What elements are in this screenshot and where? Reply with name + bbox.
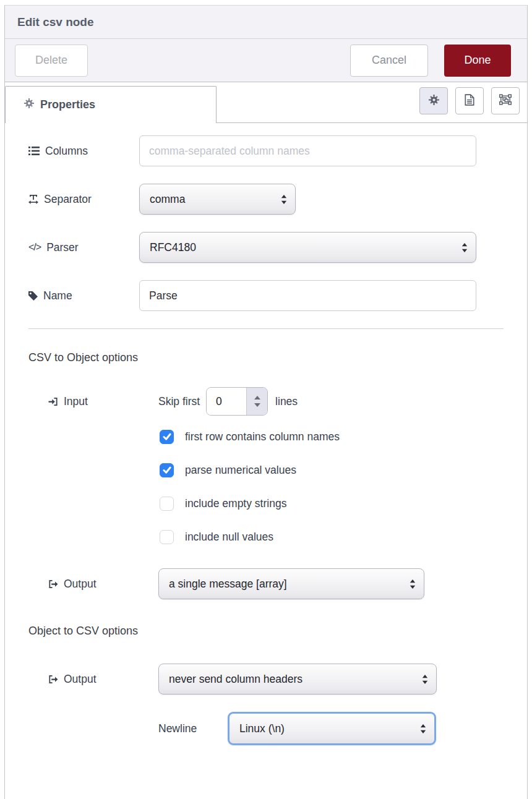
skip-lines-spinner <box>206 387 268 416</box>
tab-properties[interactable]: Properties <box>5 86 217 123</box>
include-null-values-checkbox[interactable] <box>160 530 174 544</box>
description-tool-button[interactable] <box>455 87 484 114</box>
properties-form: Columns Separator comma <box>5 123 527 799</box>
columns-input[interactable] <box>139 135 476 166</box>
separator-label: Separator <box>28 193 139 206</box>
input-label: Input <box>28 395 158 408</box>
separator-select-value: comma <box>150 193 281 206</box>
list-icon <box>28 147 40 155</box>
cancel-button[interactable]: Cancel <box>350 45 428 77</box>
name-input[interactable] <box>139 280 476 311</box>
spinner-buttons[interactable] <box>246 388 267 415</box>
checkmark-icon <box>162 465 172 475</box>
parser-select[interactable]: RFC4180 <box>139 232 476 263</box>
newline-select[interactable]: Linux (\n) <box>228 712 436 745</box>
skip-lines-input[interactable] <box>207 388 246 415</box>
select-arrows-icon <box>461 243 468 252</box>
delete-button[interactable]: Delete <box>15 45 88 77</box>
sign-out-icon <box>48 675 58 684</box>
parser-row: </> Parser RFC4180 <box>28 232 504 263</box>
include-empty-strings-option[interactable]: include empty strings <box>160 495 504 512</box>
csv-output-label-text: Output <box>64 578 97 591</box>
sign-out-icon <box>48 579 58 589</box>
csv-output-select[interactable]: a single message [array] <box>158 568 424 599</box>
csv-output-select-value: a single message [array] <box>169 578 410 591</box>
checkbox-label: include empty strings <box>185 497 286 510</box>
select-arrows-icon <box>422 675 428 684</box>
tag-icon <box>28 291 38 301</box>
columns-label: Columns <box>28 145 139 158</box>
select-arrows-icon <box>410 579 416 589</box>
name-row: Name <box>28 280 504 311</box>
checkbox-label: include null values <box>185 531 273 544</box>
cog-icon <box>24 98 34 111</box>
csv-to-object-heading: CSV to Object options <box>28 351 504 366</box>
csv-output-row: Output a single message [array] <box>28 568 504 600</box>
csv-output-label: Output <box>28 578 158 591</box>
section-divider <box>28 328 504 329</box>
dialog-title: Edit csv node <box>17 15 94 29</box>
newline-row: Newline Linux (\n) <box>158 711 504 746</box>
parser-select-value: RFC4180 <box>150 241 461 254</box>
obj-output-label-text: Output <box>64 673 97 686</box>
skip-first-text: Skip first <box>158 395 200 408</box>
first-row-names-option[interactable]: first row contains column names <box>160 428 504 445</box>
file-icon <box>465 94 474 108</box>
done-button[interactable]: Done <box>444 45 511 77</box>
columns-row: Columns <box>28 135 504 166</box>
columns-label-text: Columns <box>45 145 88 158</box>
spinner-up-icon[interactable] <box>254 396 260 400</box>
spinner-down-icon[interactable] <box>254 403 260 407</box>
checkmark-icon <box>162 432 172 442</box>
separator-select[interactable]: comma <box>139 184 296 215</box>
input-row: Input Skip first lines <box>28 386 504 417</box>
parser-label-text: Parser <box>46 241 79 254</box>
name-label: Name <box>28 289 139 302</box>
cog-icon <box>429 95 439 108</box>
appearance-tool-button[interactable] <box>491 87 520 114</box>
checkbox-label: parse numerical values <box>185 464 296 477</box>
object-to-csv-heading: Object to CSV options <box>28 625 504 639</box>
text-width-icon <box>28 194 38 204</box>
parser-label: </> Parser <box>28 241 139 254</box>
editor-tab-bar: Properties <box>5 82 527 123</box>
parse-numerical-checkbox[interactable] <box>160 463 174 477</box>
obj-output-select-value: never send column headers <box>169 673 422 686</box>
select-arrows-icon <box>281 195 287 204</box>
parse-numerical-option[interactable]: parse numerical values <box>160 461 504 479</box>
obj-output-label: Output <box>28 673 158 686</box>
dialog-header: Edit csv node <box>5 6 527 39</box>
input-label-text: Input <box>64 395 88 408</box>
separator-label-text: Separator <box>44 193 92 206</box>
csv-options-checkbox-group: first row contains column names parse nu… <box>160 428 504 545</box>
lines-text: lines <box>275 395 298 408</box>
properties-tool-button[interactable] <box>419 87 448 114</box>
checkbox-label: first row contains column names <box>185 430 340 443</box>
name-label-text: Name <box>43 289 72 302</box>
select-arrows-icon <box>420 724 426 733</box>
obj-output-select[interactable]: never send column headers <box>158 664 437 694</box>
editor-tab-toolbar <box>419 87 520 114</box>
tab-properties-label: Properties <box>40 98 95 111</box>
separator-row: Separator comma <box>28 184 504 215</box>
sign-in-icon <box>48 397 58 406</box>
newline-select-value: Linux (\n) <box>239 722 420 735</box>
include-null-values-option[interactable]: include null values <box>160 528 504 545</box>
newline-label: Newline <box>158 722 228 735</box>
edit-node-dialog: Edit csv node Delete Cancel Done Propert… <box>4 5 528 799</box>
code-icon: </> <box>28 242 41 253</box>
object-group-icon <box>499 94 512 108</box>
obj-output-row: Output never send column headers <box>28 663 504 695</box>
dialog-button-bar: Delete Cancel Done <box>5 39 527 82</box>
include-empty-strings-checkbox[interactable] <box>160 497 174 511</box>
first-row-names-checkbox[interactable] <box>160 430 174 444</box>
